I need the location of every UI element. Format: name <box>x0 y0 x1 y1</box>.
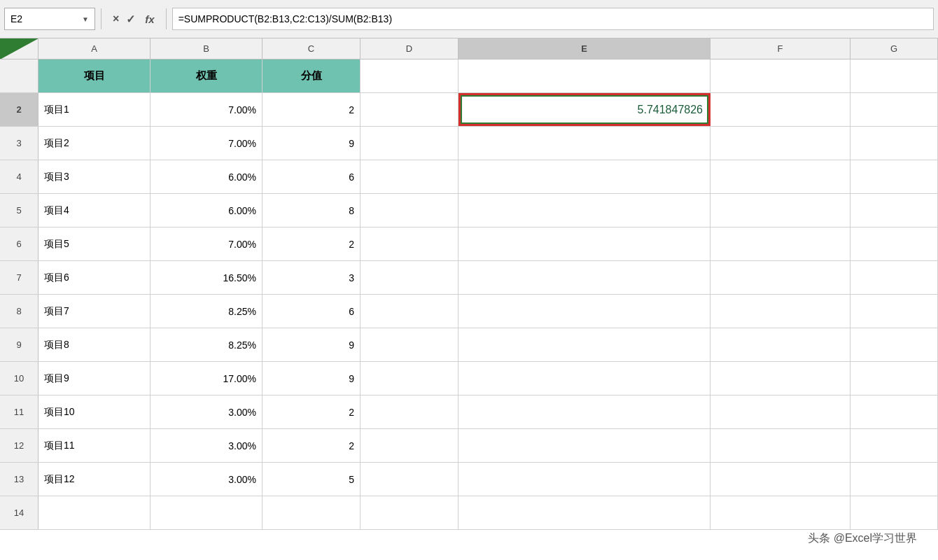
cell-f8[interactable] <box>710 295 850 328</box>
cell-d14[interactable] <box>360 496 458 529</box>
col-header-a[interactable]: A <box>38 38 150 59</box>
cell-a6[interactable]: 项目5 <box>38 227 150 260</box>
cell-b7[interactable]: 16.50% <box>150 261 262 294</box>
cell-b8[interactable]: 8.25% <box>150 295 262 328</box>
cell-d6[interactable] <box>360 227 458 260</box>
cell-g4[interactable] <box>850 160 938 193</box>
cell-b12[interactable]: 3.00% <box>150 429 262 462</box>
cell-d2[interactable] <box>360 93 458 126</box>
cell-f9[interactable] <box>710 328 850 361</box>
cell-e8[interactable] <box>458 295 710 328</box>
cell-a5[interactable]: 项目4 <box>38 194 150 227</box>
cell-d1[interactable] <box>360 59 458 92</box>
cell-e2[interactable]: 5.741847826 <box>458 93 710 126</box>
cell-a7[interactable]: 项目6 <box>38 261 150 294</box>
cell-b4[interactable]: 6.00% <box>150 160 262 193</box>
cell-c10[interactable]: 9 <box>262 362 360 395</box>
cell-b10[interactable]: 17.00% <box>150 362 262 395</box>
col-header-b[interactable]: B <box>150 38 262 59</box>
cell-d4[interactable] <box>360 160 458 193</box>
cell-d12[interactable] <box>360 429 458 462</box>
col-header-d[interactable]: D <box>360 38 458 59</box>
cell-g7[interactable] <box>850 261 938 294</box>
cell-g13[interactable] <box>850 463 938 496</box>
cell-d7[interactable] <box>360 261 458 294</box>
cell-b14[interactable] <box>150 496 262 529</box>
cell-d13[interactable] <box>360 463 458 496</box>
cell-c1[interactable]: 分值 <box>262 59 360 92</box>
cell-f7[interactable] <box>710 261 850 294</box>
cell-a13[interactable]: 项目12 <box>38 463 150 496</box>
cell-e1[interactable] <box>458 59 710 92</box>
cell-g3[interactable] <box>850 127 938 160</box>
cell-b2[interactable]: 7.00% <box>150 93 262 126</box>
cell-f14[interactable] <box>710 496 850 529</box>
cell-c13[interactable]: 5 <box>262 463 360 496</box>
cell-c14[interactable] <box>262 496 360 529</box>
cell-g5[interactable] <box>850 194 938 227</box>
name-box[interactable]: E2 ▼ <box>4 8 95 30</box>
cell-d11[interactable] <box>360 396 458 428</box>
cell-b6[interactable]: 7.00% <box>150 227 262 260</box>
cell-e14[interactable] <box>458 496 710 529</box>
cell-g8[interactable] <box>850 295 938 328</box>
cell-g11[interactable] <box>850 396 938 428</box>
cell-e11[interactable] <box>458 396 710 428</box>
cell-c5[interactable]: 8 <box>262 194 360 227</box>
cell-c4[interactable]: 6 <box>262 160 360 193</box>
cell-b11[interactable]: 3.00% <box>150 396 262 428</box>
cell-c9[interactable]: 9 <box>262 328 360 361</box>
cell-e13[interactable] <box>458 463 710 496</box>
cell-c6[interactable]: 2 <box>262 227 360 260</box>
cell-a9[interactable]: 项目8 <box>38 328 150 361</box>
cell-a4[interactable]: 项目3 <box>38 160 150 193</box>
cell-g14[interactable] <box>850 496 938 529</box>
cell-f12[interactable] <box>710 429 850 462</box>
cell-e3[interactable] <box>458 127 710 160</box>
confirm-icon[interactable]: ✓ <box>126 13 135 26</box>
cell-c12[interactable]: 2 <box>262 429 360 462</box>
cell-d8[interactable] <box>360 295 458 328</box>
cell-b1[interactable]: 权重 <box>150 59 262 92</box>
cell-e9[interactable] <box>458 328 710 361</box>
cell-a2[interactable]: 项目1 <box>38 93 150 126</box>
cell-f1[interactable] <box>710 59 850 92</box>
formula-input[interactable] <box>172 8 934 30</box>
cell-b5[interactable]: 6.00% <box>150 194 262 227</box>
cell-d10[interactable] <box>360 362 458 395</box>
cancel-icon[interactable]: × <box>113 13 119 25</box>
col-header-g[interactable]: G <box>850 38 938 59</box>
cell-g10[interactable] <box>850 362 938 395</box>
col-header-f[interactable]: F <box>710 38 850 59</box>
cell-a3[interactable]: 项目2 <box>38 127 150 160</box>
cell-e12[interactable] <box>458 429 710 462</box>
cell-b13[interactable]: 3.00% <box>150 463 262 496</box>
cell-a10[interactable]: 项目9 <box>38 362 150 395</box>
cell-c11[interactable]: 2 <box>262 396 360 428</box>
cell-e7[interactable] <box>458 261 710 294</box>
cell-c3[interactable]: 9 <box>262 127 360 160</box>
cell-e4[interactable] <box>458 160 710 193</box>
cell-a12[interactable]: 项目11 <box>38 429 150 462</box>
col-header-e[interactable]: E <box>458 38 710 59</box>
cell-g2[interactable] <box>850 93 938 126</box>
cell-g1[interactable] <box>850 59 938 92</box>
cell-d9[interactable] <box>360 328 458 361</box>
cell-f6[interactable] <box>710 227 850 260</box>
cell-f10[interactable] <box>710 362 850 395</box>
cell-f4[interactable] <box>710 160 850 193</box>
cell-g6[interactable] <box>850 227 938 260</box>
cell-f11[interactable] <box>710 396 850 428</box>
cell-c7[interactable]: 3 <box>262 261 360 294</box>
cell-c8[interactable]: 6 <box>262 295 360 328</box>
cell-e5[interactable] <box>458 194 710 227</box>
cell-f13[interactable] <box>710 463 850 496</box>
cell-g9[interactable] <box>850 328 938 361</box>
cell-b3[interactable]: 7.00% <box>150 127 262 160</box>
cell-a8[interactable]: 项目7 <box>38 295 150 328</box>
cell-f5[interactable] <box>710 194 850 227</box>
cell-f2[interactable] <box>710 93 850 126</box>
cell-f3[interactable] <box>710 127 850 160</box>
cell-a14[interactable] <box>38 496 150 529</box>
cell-a11[interactable]: 项目10 <box>38 396 150 428</box>
